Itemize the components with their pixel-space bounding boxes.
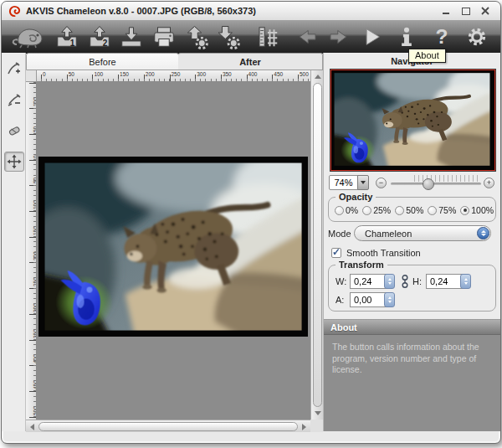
mode-select[interactable]: Chameleon	[354, 225, 491, 241]
opacity-label: Opacity	[336, 192, 376, 202]
run-button[interactable]	[358, 23, 385, 50]
settings-panel: Navigator − + Opacity 0% 25% 50% 75% 100…	[323, 53, 500, 431]
width-spinner[interactable]	[384, 274, 395, 289]
import-presets-icon	[184, 24, 209, 49]
keep-area-pencil-button[interactable]	[4, 59, 24, 79]
app-logo-icon	[8, 5, 21, 18]
vertical-scrollbar[interactable]	[310, 70, 323, 420]
window-title: AKVIS Chameleon v.8.0 - 0007.JPG (RGB/8,…	[26, 6, 256, 16]
horizontal-ruler: 050100150200250300350400450500550	[37, 70, 310, 82]
scroll-right-icon[interactable]	[299, 421, 310, 432]
height-label: H:	[412, 276, 422, 286]
zoom-in-button[interactable]: +	[484, 178, 494, 188]
horizontal-scroll-thumb[interactable]	[38, 422, 298, 431]
zoom-input[interactable]	[329, 175, 358, 190]
title-bar[interactable]: AKVIS Chameleon v.8.0 - 0007.JPG (RGB/8,…	[2, 2, 500, 21]
chameleon-logo-icon	[12, 23, 48, 51]
presets-grid-icon	[255, 24, 280, 49]
opacity-group: Opacity 0% 25% 50% 75% 100%	[328, 197, 496, 222]
open-image-1-button[interactable]: 1	[54, 23, 80, 50]
info-icon	[395, 25, 418, 49]
mode-spinner-icon[interactable]	[477, 227, 489, 239]
open-image-2-button[interactable]: 2	[86, 23, 113, 50]
link-wh-icon[interactable]	[401, 274, 409, 289]
angle-input[interactable]	[350, 292, 387, 307]
opacity-radio-50[interactable]	[395, 206, 404, 215]
opacity-radio-0[interactable]	[335, 206, 344, 215]
angle-spinner[interactable]	[384, 292, 395, 307]
opacity-option-label: 50%	[406, 205, 423, 215]
tab-after-label: After	[239, 57, 261, 67]
print-button[interactable]	[151, 23, 177, 50]
scroll-up-icon[interactable]	[312, 71, 323, 82]
opacity-radio-75[interactable]	[428, 206, 437, 215]
move-arrows-icon	[7, 154, 22, 169]
tab-before[interactable]: Before	[26, 53, 179, 70]
open-image-1-icon: 1	[54, 24, 79, 49]
window-controls	[442, 6, 494, 16]
after-image[interactable]	[38, 157, 308, 337]
image-canvas[interactable]	[37, 82, 310, 420]
print-icon	[151, 24, 177, 49]
mode-value: Chameleon	[365, 229, 412, 239]
tooltip: About	[408, 49, 446, 63]
preferences-button[interactable]	[464, 23, 490, 50]
zoom-out-button[interactable]: −	[376, 178, 387, 188]
smooth-transition-label: Smooth Transition	[346, 248, 421, 258]
undo-icon	[295, 24, 320, 49]
mode-label: Mode	[328, 229, 351, 239]
vertical-ruler: 15010050050100150200250300350400450500	[26, 82, 37, 420]
tab-before-label: Before	[89, 57, 115, 67]
undo-button[interactable]	[294, 23, 320, 50]
export-presets-button[interactable]	[216, 23, 243, 50]
save-button[interactable]	[119, 23, 146, 50]
gear-icon	[465, 25, 489, 49]
close-icon[interactable]	[480, 6, 490, 16]
open-image-2-icon: 2	[87, 24, 112, 49]
opacity-radio-100[interactable]	[460, 206, 469, 215]
transform-tool-button[interactable]	[4, 152, 24, 172]
eraser-icon	[7, 123, 22, 138]
zoom-slider-thumb[interactable]	[423, 178, 434, 190]
pencil-minus-icon	[7, 92, 22, 107]
width-input[interactable]	[350, 274, 387, 289]
navigator-thumbnail[interactable]	[330, 69, 496, 172]
zoom-slider[interactable]	[391, 183, 481, 185]
app-window: AKVIS Chameleon v.8.0 - 0007.JPG (RGB/8,…	[1, 1, 501, 444]
ruler-corner	[26, 70, 37, 82]
transform-group: Transform W: H: A:	[328, 265, 496, 312]
hints-section-title: About	[324, 319, 501, 335]
presets-button[interactable]	[254, 23, 281, 50]
run-icon	[360, 25, 383, 49]
minimize-icon[interactable]	[442, 6, 452, 16]
export-presets-icon	[216, 24, 241, 49]
opacity-radio-25[interactable]	[362, 206, 371, 215]
help-button[interactable]: ?	[428, 23, 455, 50]
height-spinner[interactable]	[460, 274, 471, 289]
eraser-button[interactable]	[4, 121, 24, 141]
redo-icon	[326, 24, 351, 49]
about-button[interactable]	[393, 23, 420, 50]
vertical-scroll-thumb[interactable]	[313, 83, 322, 407]
width-label: W:	[336, 276, 346, 286]
svg-text:2: 2	[103, 39, 108, 48]
svg-text:?: ?	[436, 25, 448, 48]
smooth-transition-checkbox[interactable]	[331, 248, 341, 258]
opacity-options: 0% 25% 50% 75% 100%	[332, 205, 494, 215]
opacity-option-label: 0%	[346, 205, 358, 215]
opacity-option-label: 75%	[438, 205, 456, 215]
svg-text:1: 1	[70, 39, 75, 48]
tab-after[interactable]: After	[178, 53, 323, 70]
height-input[interactable]	[426, 274, 464, 289]
import-presets-button[interactable]	[183, 23, 210, 50]
tool-sidebar	[2, 53, 26, 431]
zoom-dropdown-button[interactable]	[357, 175, 369, 190]
horizontal-scrollbar[interactable]	[26, 420, 310, 432]
scroll-left-icon[interactable]	[27, 421, 38, 432]
maximize-icon[interactable]	[461, 6, 471, 16]
redo-button[interactable]	[325, 23, 352, 50]
pencil-plus-icon	[7, 61, 22, 76]
toolbar-right-group: ?	[358, 23, 490, 50]
scroll-down-icon[interactable]	[312, 408, 323, 419]
drop-area-pencil-button[interactable]	[4, 90, 24, 110]
